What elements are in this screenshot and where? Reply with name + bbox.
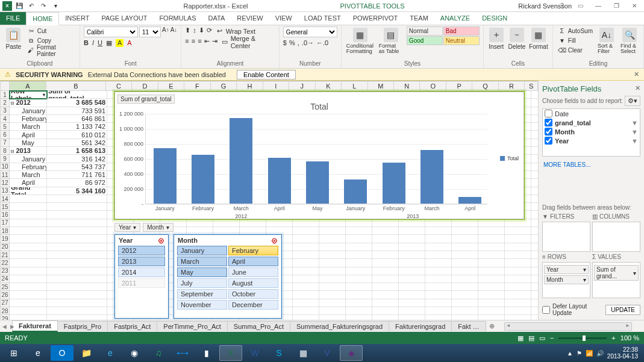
row-header[interactable]: 11	[0, 171, 10, 179]
defer-layout-checkbox[interactable]	[542, 306, 550, 314]
cell[interactable]	[452, 315, 478, 320]
slicer-item[interactable]: 2013	[118, 257, 165, 266]
cell[interactable]	[293, 243, 319, 251]
row-header[interactable]: 17	[0, 219, 10, 227]
row-header[interactable]: 9	[0, 155, 10, 163]
cell[interactable]	[372, 267, 399, 275]
row-header[interactable]: 27	[0, 299, 10, 307]
cell[interactable]	[452, 243, 478, 251]
cell[interactable]	[346, 275, 372, 283]
col-header[interactable]: D	[132, 81, 158, 91]
paste-button[interactable]: 📋Paste	[4, 27, 23, 51]
cell[interactable]: March	[10, 123, 47, 131]
view-normal-icon[interactable]: ▦	[517, 334, 524, 342]
tab-data[interactable]: DATA	[202, 12, 231, 25]
undo-icon[interactable]: ↶	[27, 1, 36, 11]
cell[interactable]	[425, 259, 452, 267]
sheet-nav-next-icon[interactable]: ►	[9, 323, 16, 330]
cell[interactable]: April	[10, 179, 47, 187]
cell[interactable]	[240, 219, 266, 227]
slicer-item[interactable]: May	[177, 267, 227, 277]
cell[interactable]	[372, 219, 399, 227]
cell[interactable]	[425, 299, 452, 307]
align-center-icon[interactable]: ≡	[192, 37, 195, 46]
cell[interactable]	[478, 235, 505, 243]
field-checkbox[interactable]	[545, 128, 552, 136]
cell[interactable]	[47, 195, 107, 203]
cell[interactable]	[425, 307, 452, 315]
slicer-item[interactable]: January	[177, 246, 227, 255]
cell[interactable]	[505, 243, 531, 251]
row-header[interactable]: 19	[0, 235, 10, 243]
cell[interactable]	[505, 259, 531, 267]
cell[interactable]	[452, 291, 478, 299]
cell[interactable]	[372, 275, 399, 283]
font-name-select[interactable]: Calibri	[84, 27, 138, 37]
number-format-select[interactable]: General	[283, 27, 337, 37]
add-sheet-button[interactable]: ⊕	[486, 321, 498, 331]
cell[interactable]	[399, 235, 425, 243]
taskbar-ie-icon[interactable]: e	[27, 345, 49, 361]
row-header[interactable]: 10	[0, 163, 10, 171]
cell[interactable]	[531, 107, 538, 115]
zone-rows[interactable]: Year▾Month▾	[542, 262, 590, 298]
cell[interactable]	[452, 259, 478, 267]
cell[interactable]	[293, 275, 319, 283]
clear-filter-icon[interactable]: ⮾	[158, 237, 164, 244]
cell[interactable]	[531, 267, 538, 275]
cell[interactable]	[425, 227, 452, 235]
field-checkbox[interactable]	[545, 119, 552, 126]
percent-icon[interactable]: %	[289, 39, 295, 46]
col-header[interactable]: G	[211, 81, 237, 91]
cell[interactable]	[531, 307, 538, 315]
row-header[interactable]: 1	[0, 91, 10, 99]
cell[interactable]: January	[10, 107, 47, 115]
cell[interactable]	[10, 243, 47, 251]
col-header[interactable]: C	[106, 81, 132, 91]
cell[interactable]	[10, 195, 47, 203]
cell[interactable]	[213, 219, 240, 227]
cell[interactable]	[47, 283, 107, 291]
gear-icon[interactable]: ⚙▾	[625, 96, 640, 106]
cell[interactable]	[293, 283, 319, 291]
cell[interactable]	[47, 211, 107, 219]
cell[interactable]	[531, 139, 538, 147]
cell[interactable]	[452, 251, 478, 259]
cell[interactable]: 543 737	[47, 163, 107, 171]
horizontal-scrollbar[interactable]	[504, 322, 632, 331]
cell[interactable]	[399, 283, 425, 291]
taskbar-spotify-icon[interactable]: ♫	[147, 345, 170, 361]
currency-icon[interactable]: $	[283, 39, 287, 46]
cell[interactable]	[478, 259, 505, 267]
cell[interactable]	[399, 291, 425, 299]
tray-clock[interactable]: 22:382013-04-13	[607, 346, 638, 360]
align-bot-icon[interactable]: ⬇	[199, 27, 204, 36]
cell[interactable]	[372, 283, 399, 291]
cell[interactable]	[478, 227, 505, 235]
redo-icon[interactable]: ↷	[39, 1, 48, 11]
taskbar-explorer-icon[interactable]: 📁	[75, 345, 98, 361]
cell[interactable]	[372, 259, 399, 267]
cell[interactable]	[425, 243, 452, 251]
cell[interactable]	[372, 315, 399, 320]
zoom-in-icon[interactable]: +	[611, 334, 615, 342]
tab-insert[interactable]: INSERT	[59, 12, 95, 25]
cell[interactable]: 561 342	[47, 139, 107, 147]
taskbar-outlook-icon[interactable]: O	[51, 345, 73, 361]
cell[interactable]	[293, 307, 319, 315]
row-header[interactable]: 21	[0, 251, 10, 259]
zone-filters[interactable]	[542, 222, 590, 252]
row-header[interactable]: 18	[0, 227, 10, 235]
cell[interactable]	[293, 259, 319, 267]
cell[interactable]: 646 861	[47, 115, 107, 123]
clear-filter-icon[interactable]: ⮾	[272, 237, 278, 244]
align-mid-icon[interactable]: ↕	[193, 27, 196, 36]
row-header[interactable]: 24	[0, 275, 10, 283]
cell[interactable]	[425, 251, 452, 259]
cell[interactable]	[531, 163, 538, 171]
slicer-item[interactable]: October	[228, 289, 278, 299]
cell[interactable]	[478, 315, 505, 320]
slicer-month[interactable]: Month⮾ JanuaryFebruaryMarchAprilMayJuneJ…	[174, 234, 282, 319]
cell[interactable]	[372, 291, 399, 299]
cell[interactable]	[399, 315, 425, 320]
